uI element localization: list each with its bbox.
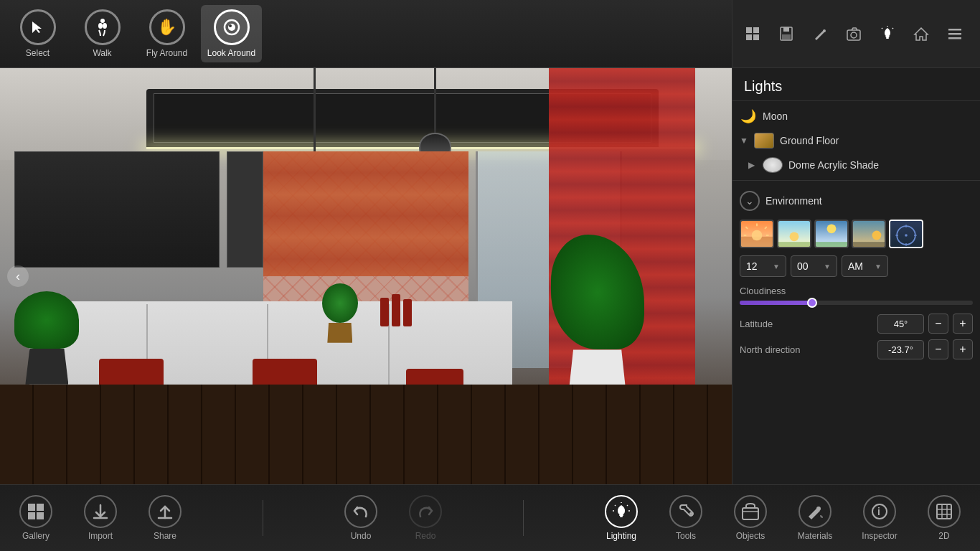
ground-floor-expand-icon: ▼ — [740, 136, 748, 146]
panel-home-btn[interactable] — [905, 18, 937, 50]
north-direction-decrease-btn[interactable]: − — [928, 339, 948, 359]
environment-header[interactable]: ⌄ Environment — [732, 187, 980, 215]
svg-rect-45 — [28, 512, 35, 519]
latitude-row: Latitude 45° − + — [740, 314, 973, 334]
light-item-ground-floor[interactable]: ▼ Ground Floor — [732, 128, 980, 153]
panel-furniture-btn[interactable] — [736, 18, 768, 50]
materials-icon — [798, 495, 831, 528]
svg-rect-47 — [619, 514, 623, 516]
panel-icon-bar — [732, 0, 980, 68]
latitude-decrease-btn[interactable]: − — [928, 314, 948, 334]
tools-btn[interactable]: Tools — [654, 489, 718, 547]
separator-1 — [263, 500, 263, 536]
north-direction-increase-btn[interactable]: + — [953, 339, 973, 359]
cloudiness-slider[interactable] — [740, 301, 973, 305]
objects-icon — [734, 495, 767, 528]
svg-point-38 — [905, 234, 908, 237]
inspector-btn[interactable]: i Inspector — [847, 489, 912, 547]
objects-btn[interactable]: Objects — [718, 489, 783, 547]
panel-paint-btn[interactable] — [804, 18, 836, 50]
hour-select[interactable]: 12 ▼ — [740, 255, 786, 277]
walk-label: Walk — [93, 48, 111, 58]
svg-point-1 — [98, 23, 103, 29]
plant-counter-leaves — [322, 283, 358, 323]
period-chevron-icon: ▼ — [875, 263, 882, 270]
latitude-increase-btn[interactable]: + — [953, 314, 973, 334]
env-preset-noon[interactable] — [814, 220, 849, 248]
light-item-dome[interactable]: ▶ Dome Acrylic Shade — [732, 153, 980, 177]
plant-counter — [322, 283, 358, 343]
moon-icon: 🌙 — [740, 108, 757, 124]
svg-point-0 — [100, 19, 105, 23]
lighting-btn[interactable]: Lighting — [589, 489, 654, 547]
env-preset-morning[interactable] — [777, 220, 811, 248]
upper-cabinet-left — [14, 151, 220, 268]
light-item-moon[interactable]: 🌙 Moon — [732, 104, 980, 128]
import-btn[interactable]: Import — [68, 489, 133, 547]
svg-point-4 — [228, 24, 235, 31]
panel-camera-btn[interactable] — [837, 18, 870, 50]
svg-rect-17 — [886, 37, 889, 39]
minute-select[interactable]: 00 ▼ — [791, 255, 837, 277]
env-preset-morning-inner — [778, 221, 810, 247]
cloudiness-thumb[interactable] — [807, 298, 817, 308]
bottle-red-2 — [392, 294, 400, 326]
svg-point-2 — [103, 23, 107, 29]
env-preset-custom[interactable] — [889, 220, 923, 248]
svg-rect-23 — [948, 37, 961, 39]
fly-around-button[interactable]: ✋ Fly Around — [136, 5, 197, 62]
svg-point-13 — [823, 29, 826, 32]
undo-label: Undo — [351, 531, 372, 541]
undo-btn[interactable]: Undo — [329, 489, 393, 547]
2d-btn[interactable]: 2D — [912, 489, 976, 547]
scene: ‹ — [0, 68, 732, 484]
tools-label: Tools — [676, 531, 696, 541]
right-panel: Lights 🌙 Moon ▼ Ground Floor ▶ Dome Acry… — [732, 0, 980, 484]
cloudiness-label: Cloudiness — [740, 286, 973, 296]
svg-point-57 — [816, 507, 821, 511]
hour-value: 12 — [746, 260, 758, 272]
latitude-label: Latitude — [740, 319, 873, 329]
env-preset-afternoon[interactable] — [852, 220, 886, 248]
svg-rect-55 — [743, 508, 758, 519]
gallery-label: Gallery — [22, 531, 50, 541]
look-around-button[interactable]: Look Around — [201, 5, 262, 62]
2d-icon — [928, 495, 961, 528]
environment-section: ⌄ Environment — [732, 180, 980, 374]
walk-button[interactable]: Walk — [72, 5, 133, 62]
roman-shade — [263, 151, 468, 276]
2d-label: 2D — [938, 531, 949, 541]
plant-2 — [551, 235, 644, 392]
svg-rect-9 — [753, 34, 759, 40]
svg-point-5 — [229, 24, 232, 27]
panel-save-btn[interactable] — [770, 18, 802, 50]
select-button[interactable]: Select — [7, 5, 68, 62]
panel-light-btn[interactable] — [871, 18, 903, 50]
svg-point-25 — [752, 230, 763, 241]
svg-rect-36 — [853, 242, 885, 248]
bottle-red-3 — [403, 299, 412, 326]
walk-icon — [85, 9, 121, 45]
nav-arrow-left[interactable]: ‹ — [7, 265, 29, 287]
fly-around-label: Fly Around — [146, 48, 187, 58]
plant-counter-pot — [327, 323, 352, 343]
gallery-btn[interactable]: Gallery — [4, 489, 68, 547]
share-btn[interactable]: Share — [133, 489, 197, 547]
undo-redo-group: Undo Redo — [329, 489, 458, 547]
viewport[interactable]: ‹ — [0, 68, 732, 484]
plant-2-leaves — [551, 235, 644, 349]
environment-chevron-icon: ⌄ — [740, 191, 760, 211]
svg-line-27 — [765, 227, 767, 229]
materials-btn[interactable]: Materials — [783, 489, 847, 547]
minute-chevron-icon: ▼ — [824, 263, 831, 270]
share-icon — [149, 495, 182, 528]
env-preset-noon-inner — [816, 221, 847, 247]
svg-rect-32 — [778, 242, 810, 248]
svg-rect-16 — [885, 36, 889, 37]
materials-label: Materials — [798, 531, 833, 541]
period-select[interactable]: AM ▼ — [842, 255, 888, 277]
bottle-red-1 — [380, 298, 389, 326]
bottom-toolbar: Gallery Import Share — [0, 484, 980, 551]
env-preset-dawn[interactable] — [740, 220, 774, 248]
panel-list-btn[interactable] — [938, 18, 971, 50]
